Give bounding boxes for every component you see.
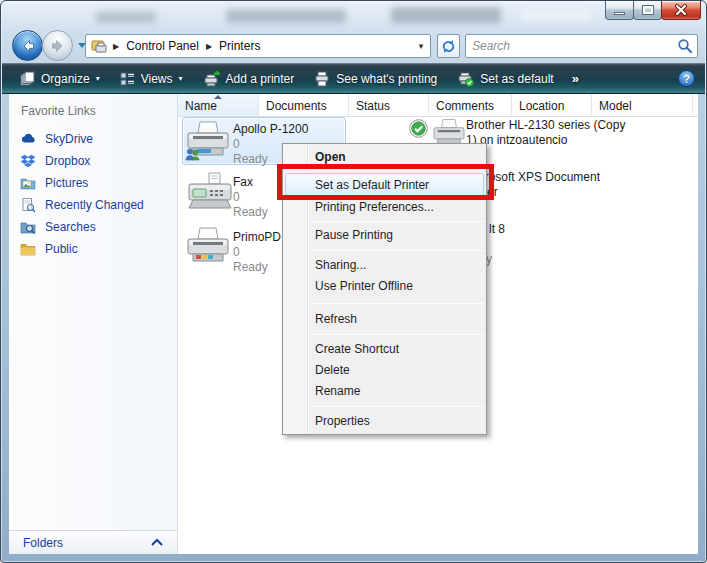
- sidebar-item-skydrive[interactable]: SkyDrive: [9, 128, 177, 150]
- minimize-button[interactable]: [605, 1, 634, 20]
- sidebar-item-label: Public: [45, 242, 78, 256]
- toolbar-overflow-chevron[interactable]: »: [566, 67, 585, 90]
- set-as-default-icon: [457, 71, 474, 87]
- printer-documents: 0: [233, 137, 240, 152]
- set-as-default-button[interactable]: Set as default: [449, 67, 561, 91]
- organize-icon: [20, 71, 35, 86]
- forward-button[interactable]: [42, 30, 73, 61]
- search-box: [465, 34, 698, 58]
- printer-name[interactable]: Apollo P-1200: [233, 122, 308, 137]
- favorite-links-list: SkyDrive Dropbox Pictures: [9, 128, 177, 260]
- close-button[interactable]: [661, 1, 701, 20]
- sidebar-item-label: Searches: [45, 220, 96, 234]
- menu-item-pause-printing[interactable]: Pause Printing: [283, 225, 486, 246]
- dropbox-icon: [20, 153, 36, 169]
- close-icon: [675, 4, 687, 16]
- fax-icon[interactable]: [187, 172, 233, 214]
- printers-folder-icon: [90, 38, 108, 54]
- menu-item-sharing[interactable]: Sharing...: [283, 255, 486, 276]
- address-dropdown-icon[interactable]: ▾: [414, 41, 428, 51]
- see-whats-printing-button[interactable]: See what's printing: [306, 67, 445, 91]
- organize-caret-icon: ▾: [96, 74, 100, 83]
- printer-name[interactable]: Fax: [233, 175, 253, 190]
- printer-status: Ready: [233, 260, 268, 275]
- breadcrumb-separator-icon: ▶: [108, 42, 124, 51]
- add-printer-label: Add a printer: [226, 72, 295, 86]
- printer-context-menu: Open Set as Default Printer Printing Pre…: [282, 143, 487, 435]
- explorer-window: ▶ Control Panel ▶ Printers ▾: [0, 0, 707, 563]
- caption-buttons: [606, 1, 701, 20]
- back-arrow-icon: [20, 38, 36, 54]
- help-button[interactable]: ?: [678, 70, 695, 87]
- menu-separator: [311, 406, 484, 407]
- menu-item-rename[interactable]: Rename: [283, 381, 486, 402]
- search-input[interactable]: [470, 38, 677, 54]
- menu-item-properties[interactable]: Properties: [283, 411, 486, 432]
- see-whats-printing-label: See what's printing: [336, 72, 437, 86]
- menu-item-delete[interactable]: Delete: [283, 360, 486, 381]
- title-bar: [1, 1, 706, 29]
- folders-label: Folders: [9, 536, 150, 550]
- add-printer-button[interactable]: Add a printer: [195, 67, 303, 91]
- menu-separator: [311, 303, 484, 304]
- cloud-icon: [20, 131, 36, 147]
- sidebar-item-recently-changed[interactable]: Recently Changed: [9, 194, 177, 216]
- printer-status: Ready: [233, 152, 268, 167]
- menu-item-create-shortcut[interactable]: Create Shortcut: [283, 339, 486, 360]
- views-button[interactable]: Views ▾: [112, 67, 191, 90]
- search-icon[interactable]: [677, 38, 693, 54]
- views-icon: [120, 71, 135, 86]
- default-printer-check-icon: [409, 119, 428, 138]
- public-folder-icon: [20, 241, 36, 257]
- recent-document-icon: [20, 197, 36, 213]
- back-button[interactable]: [12, 30, 43, 61]
- maximize-button[interactable]: [633, 1, 662, 20]
- see-whats-printing-icon: [314, 71, 330, 87]
- menu-item-printing-preferences[interactable]: Printing Preferences...: [283, 197, 486, 218]
- column-header-model[interactable]: Model: [592, 94, 693, 116]
- menu-separator: [311, 170, 484, 171]
- sidebar-item-label: SkyDrive: [45, 132, 93, 146]
- folders-expander[interactable]: Folders: [9, 530, 177, 554]
- sidebar-item-pictures[interactable]: Pictures: [9, 172, 177, 194]
- breadcrumb-separator-icon[interactable]: ▶: [201, 42, 217, 51]
- menu-item-refresh[interactable]: Refresh: [283, 309, 486, 330]
- column-header-name[interactable]: Name: [178, 94, 259, 116]
- menu-item-use-printer-offline[interactable]: Use Printer Offline: [283, 276, 486, 297]
- menu-separator: [311, 250, 484, 251]
- organize-button[interactable]: Organize ▾: [12, 67, 108, 90]
- column-header-comments[interactable]: Comments: [429, 94, 512, 116]
- refresh-button[interactable]: [437, 34, 460, 58]
- column-header-documents[interactable]: Documents: [259, 94, 349, 116]
- printer-name-fragment[interactable]: lt 8: [489, 222, 505, 237]
- sidebar-item-label: Recently Changed: [45, 198, 144, 212]
- forward-arrow-icon: [50, 38, 66, 54]
- column-headers: Name Documents Status Comments Location …: [178, 94, 698, 117]
- glass-artifact: [391, 7, 501, 23]
- sidebar-item-label: Pictures: [45, 176, 88, 190]
- printer-icon-primo[interactable]: [185, 226, 231, 266]
- sidebar-item-searches[interactable]: Searches: [9, 216, 177, 238]
- printer-name-line1[interactable]: Brother HL-2130 series (Copy: [466, 118, 625, 133]
- menu-separator: [311, 334, 484, 335]
- menu-item-set-as-default-printer[interactable]: Set as Default Printer: [285, 173, 484, 197]
- sidebar-item-public[interactable]: Public: [9, 238, 177, 260]
- breadcrumb-control-panel[interactable]: Control Panel: [124, 37, 201, 55]
- navigation-pane: Favorite Links SkyDrive Dropbox: [9, 94, 178, 554]
- shared-badge-icon: [185, 148, 200, 161]
- minimize-icon: [614, 12, 625, 15]
- glass-artifact: [521, 11, 591, 21]
- set-as-default-label: Set as default: [480, 72, 553, 86]
- column-header-location[interactable]: Location: [512, 94, 592, 116]
- menu-item-open[interactable]: Open: [283, 146, 486, 168]
- breadcrumb-printers[interactable]: Printers: [217, 37, 262, 55]
- address-bar[interactable]: ▶ Control Panel ▶ Printers ▾: [85, 34, 431, 58]
- navigation-bar: ▶ Control Panel ▶ Printers ▾: [1, 29, 706, 63]
- column-header-status[interactable]: Status: [349, 94, 429, 116]
- refresh-icon: [441, 39, 456, 54]
- favorite-links-header: Favorite Links: [9, 94, 177, 118]
- sidebar-item-dropbox[interactable]: Dropbox: [9, 150, 177, 172]
- add-printer-icon: [203, 71, 220, 87]
- maximize-icon: [643, 6, 653, 14]
- printer-name[interactable]: PrimoPD: [233, 230, 281, 245]
